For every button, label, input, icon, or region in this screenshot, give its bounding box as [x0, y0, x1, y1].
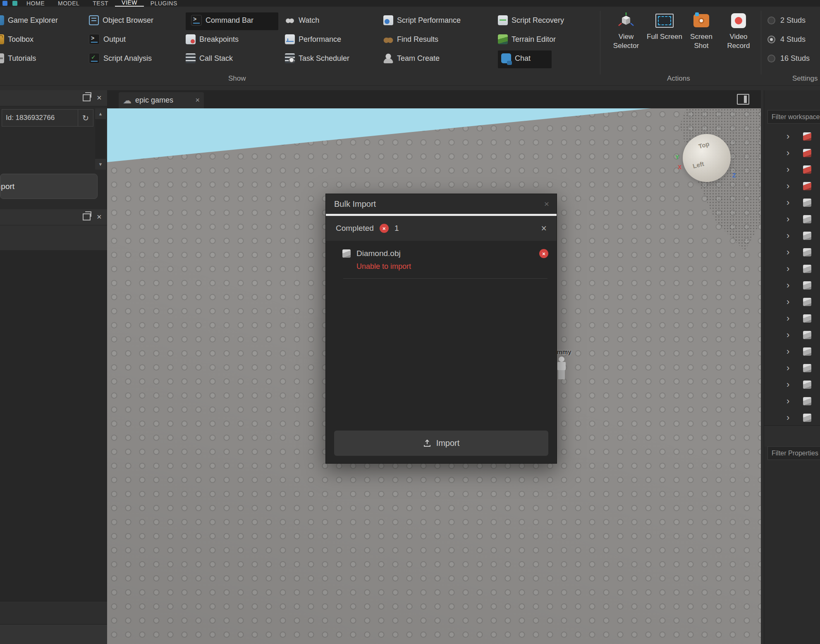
split-view-icon[interactable]: [737, 94, 749, 105]
settings-option-16-studs[interactable]: 16 Studs: [767, 51, 810, 66]
float-panel-icon[interactable]: [83, 94, 91, 101]
place-id-row[interactable]: Id: 1836932766 ↻: [2, 109, 93, 127]
import-button[interactable]: Import: [334, 431, 548, 456]
scroll-up-icon[interactable]: ▲: [95, 108, 106, 119]
part-gray-icon: [803, 215, 811, 223]
ribbon-item-find-results[interactable]: Find Results: [383, 32, 438, 47]
explorer-row[interactable]: ›: [764, 227, 820, 244]
part-gray-icon: [803, 232, 811, 240]
explorer-row[interactable]: ›: [764, 261, 820, 277]
bulk-import-button[interactable]: Bulk Import: [0, 174, 98, 199]
radio-icon[interactable]: [767, 36, 775, 43]
chevron-right-icon[interactable]: ›: [787, 330, 794, 340]
explorer-row[interactable]: ›: [764, 194, 820, 211]
close-panel-icon[interactable]: ×: [97, 93, 102, 103]
explorer-row[interactable]: ›: [764, 409, 820, 426]
explorer-row[interactable]: ›: [764, 277, 820, 294]
ribbon-item-object-browser[interactable]: Object Browser: [89, 13, 153, 28]
explorer-row[interactable]: ›: [764, 376, 820, 393]
ribbon-item-game-explorer[interactable]: Game Explorer: [0, 13, 58, 28]
dummy-character[interactable]: [555, 357, 568, 382]
part-gray-icon: [803, 364, 811, 372]
chevron-right-icon[interactable]: ›: [787, 412, 794, 423]
status-dismiss-icon[interactable]: ×: [541, 223, 547, 234]
tab-model[interactable]: MODEL: [51, 0, 86, 7]
ribbon-item-performance[interactable]: Performance: [285, 32, 341, 47]
sync-icon[interactable]: [12, 1, 17, 6]
file-name: Diamond.obj: [356, 249, 533, 258]
team-create-icon: [383, 53, 393, 63]
tab-test[interactable]: TEST: [86, 0, 115, 7]
chevron-right-icon[interactable]: ›: [787, 230, 794, 241]
radio-icon[interactable]: [767, 17, 775, 24]
explorer-row[interactable]: ›: [764, 145, 820, 161]
explorer-filter-input[interactable]: Filter workspace: [767, 110, 820, 124]
ribbon-item-team-create[interactable]: Team Create: [383, 51, 440, 66]
ribbon-item-call-stack[interactable]: Call Stack: [186, 51, 233, 66]
tab-view[interactable]: VIEW: [115, 0, 144, 7]
file-error-icon: ×: [539, 249, 548, 258]
explorer-row[interactable]: ›: [764, 161, 820, 178]
explorer-row[interactable]: ›: [764, 128, 820, 145]
explorer-row[interactable]: ›: [764, 178, 820, 194]
ribbon-item-breakpoints[interactable]: Breakpoints: [186, 32, 239, 47]
explorer-row[interactable]: ›: [764, 393, 820, 409]
tab-home[interactable]: HOME: [20, 0, 51, 7]
view-selector-gizmo[interactable]: Top Left Y X Z: [683, 134, 731, 182]
explorer-row[interactable]: ›: [764, 211, 820, 227]
chevron-right-icon[interactable]: ›: [787, 131, 794, 142]
explorer-row[interactable]: ›: [764, 327, 820, 343]
ribbon-item-script-analysis[interactable]: Script Analysis: [89, 51, 152, 66]
chevron-right-icon[interactable]: ›: [787, 313, 794, 324]
chevron-right-icon[interactable]: ›: [787, 197, 794, 208]
float-panel-icon[interactable]: [83, 213, 91, 220]
chevron-right-icon[interactable]: ›: [787, 280, 794, 291]
chevron-right-icon[interactable]: ›: [787, 363, 794, 373]
explorer-row[interactable]: ›: [764, 360, 820, 376]
chevron-right-icon[interactable]: ›: [787, 148, 794, 158]
scroll-down-icon[interactable]: ▼: [95, 159, 106, 170]
ribbon-item-chat[interactable]: Chat: [501, 51, 531, 66]
explorer-row[interactable]: ›: [764, 343, 820, 360]
ribbon-item-script-recovery[interactable]: Script Recovery: [498, 13, 564, 28]
ribbon-item-command-bar[interactable]: Command Bar: [191, 13, 253, 28]
close-tab-icon[interactable]: ×: [195, 96, 200, 105]
refresh-icon[interactable]: ↻: [78, 110, 93, 126]
explorer-row[interactable]: ›: [764, 244, 820, 261]
import-list-item[interactable]: Diamond.obj × Unable to import: [326, 241, 557, 279]
chevron-right-icon[interactable]: ›: [787, 263, 794, 274]
chevron-right-icon[interactable]: ›: [787, 164, 794, 175]
chevron-right-icon[interactable]: ›: [787, 247, 794, 258]
model-red-icon: [803, 132, 811, 141]
ribbon-item-watch[interactable]: Watch: [285, 13, 319, 28]
left-scrollbar[interactable]: ▲ ▼: [95, 108, 106, 170]
action-view-selector[interactable]: View Selector: [607, 12, 645, 50]
chevron-right-icon[interactable]: ›: [787, 297, 794, 307]
panel-header: ×: [0, 90, 107, 106]
action-video-record[interactable]: Video Record: [720, 12, 758, 50]
ribbon-item-output[interactable]: Output: [89, 32, 126, 47]
ribbon-item-toolbox[interactable]: Toolbox: [0, 32, 33, 47]
action-screen-shot[interactable]: Screen Shot: [682, 12, 720, 50]
radio-icon[interactable]: [767, 55, 775, 62]
chevron-right-icon[interactable]: ›: [787, 396, 794, 407]
dialog-title-bar[interactable]: Bulk Import ×: [326, 194, 557, 214]
tab-plugins[interactable]: PLUGINS: [144, 0, 184, 7]
ribbon-item-terrain-editor[interactable]: Terrain Editor: [498, 32, 556, 47]
explorer-row[interactable]: ›: [764, 310, 820, 327]
settings-option-4-studs[interactable]: 4 Studs: [767, 32, 806, 47]
chevron-right-icon[interactable]: ›: [787, 379, 794, 390]
chevron-right-icon[interactable]: ›: [787, 346, 794, 357]
close-panel-icon[interactable]: ×: [97, 212, 102, 222]
chevron-right-icon[interactable]: ›: [787, 181, 794, 192]
properties-filter-input[interactable]: Filter Properties: [767, 446, 820, 460]
action-full-screen[interactable]: Full Screen: [645, 12, 684, 41]
explorer-row[interactable]: ›: [764, 294, 820, 310]
ribbon-item-tutorials[interactable]: Tutorials: [0, 51, 36, 66]
dialog-close-icon[interactable]: ×: [537, 199, 557, 209]
chevron-right-icon[interactable]: ›: [787, 214, 794, 225]
document-tab-epic-games[interactable]: ☁ epic games ×: [119, 92, 204, 108]
settings-option-2-studs[interactable]: 2 Studs: [767, 13, 806, 28]
ribbon-item-task-scheduler[interactable]: Task Scheduler: [285, 51, 349, 66]
ribbon-item-script-performance[interactable]: Script Performance: [383, 13, 461, 28]
